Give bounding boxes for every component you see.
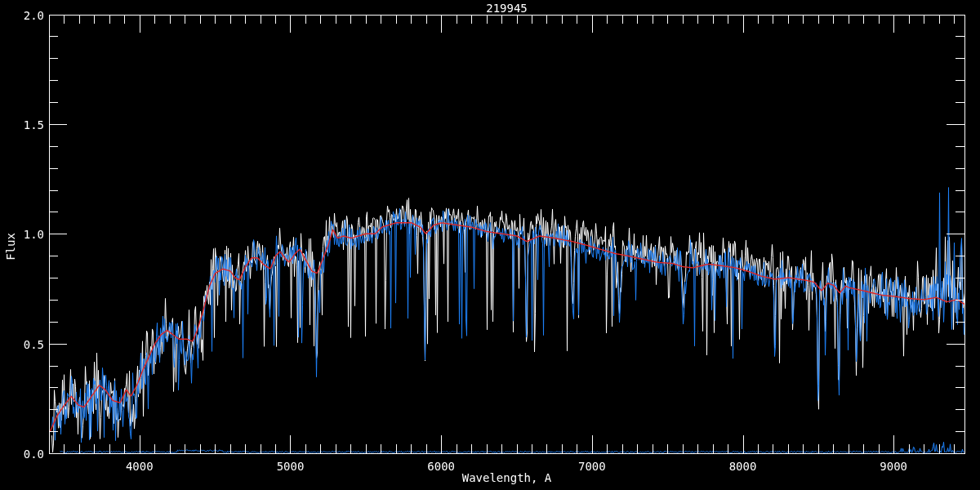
spectrum-viewer-window: 219945 Wavelength, A Flux 40005000600070… [0, 0, 980, 490]
y-tick-label: 0.0 [2, 448, 44, 461]
y-axis-label: Flux [5, 214, 16, 279]
plot-title: 219945 [0, 2, 980, 14]
x-tick-label: 8000 [710, 460, 776, 473]
x-tick-label: 4000 [107, 460, 172, 473]
y-tick-label: 1.5 [2, 118, 44, 131]
x-tick-label: 9000 [861, 460, 926, 473]
x-tick-label: 6000 [408, 460, 474, 473]
x-tick-label: 7000 [559, 460, 625, 473]
x-axis-label: Wavelength, A [0, 472, 980, 483]
y-tick-label: 1.0 [2, 228, 44, 241]
y-tick-label: 0.5 [2, 338, 44, 351]
y-tick-label: 2.0 [2, 9, 44, 22]
spectrum-plot-canvas [0, 0, 980, 490]
x-tick-label: 5000 [257, 460, 323, 473]
